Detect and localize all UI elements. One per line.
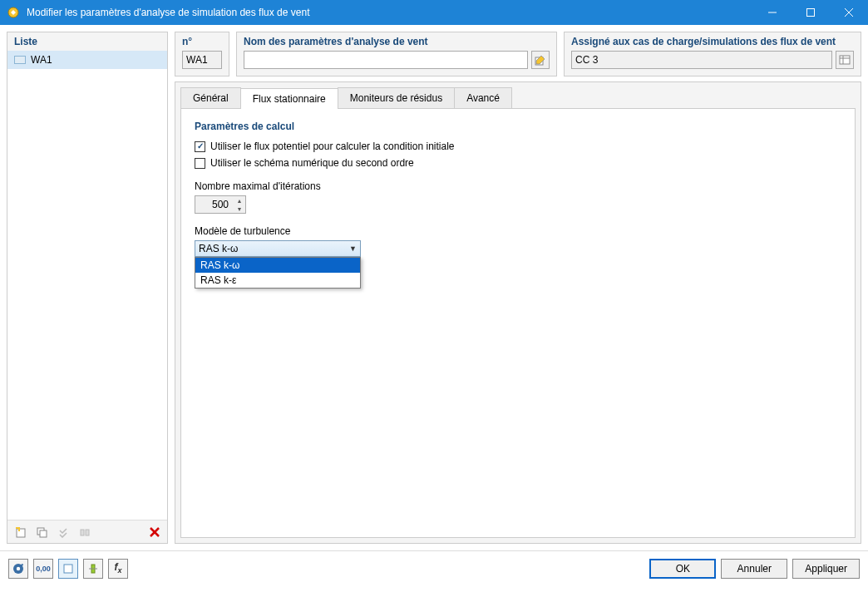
number-input[interactable] (182, 51, 222, 69)
name-input[interactable] (244, 51, 528, 69)
iterations-label: Nombre maximal d'itérations (195, 180, 841, 192)
combo-option[interactable]: RAS k-ε (195, 273, 360, 288)
chevron-down-icon: ▼ (349, 244, 357, 253)
checkbox-second-order-label: Utiliser le schéma numérique du second o… (210, 157, 414, 169)
svg-point-17 (17, 566, 20, 570)
window-title: Modifier les paramètres d'analyse de sim… (27, 7, 753, 18)
maximize-button[interactable] (792, 0, 830, 25)
turbulence-combo[interactable]: RAS k-ω ▼ RAS k-ω RAS k-ε (195, 240, 361, 257)
list-item[interactable]: WA1 (7, 51, 167, 69)
section-title: Paramètres de calcul (195, 121, 841, 132)
toolbar-button-4[interactable] (76, 523, 94, 541)
delete-item-button[interactable] (145, 523, 164, 541)
minimize-button[interactable] (753, 0, 792, 25)
svg-rect-7 (40, 530, 47, 537)
footer-tool-3[interactable] (58, 559, 78, 579)
iterations-spinner[interactable]: 500 ▲ ▼ (195, 195, 246, 214)
checkbox-potential-flow-label: Utiliser le flux potentiel pour calculer… (210, 141, 454, 152)
name-label: Nom des paramètres d'analyse de vent (244, 36, 550, 47)
tab-container: Général Flux stationnaire Moniteurs de r… (175, 81, 861, 544)
toolbar-button-3[interactable] (54, 523, 72, 541)
assigned-picker-button[interactable] (836, 51, 854, 69)
list-item-label: WA1 (31, 54, 52, 66)
list-panel: Liste WA1 (7, 32, 168, 544)
titlebar: Modifier les paramètres d'analyse de sim… (0, 0, 868, 25)
tab-content: Paramètres de calcul Utiliser le flux po… (180, 108, 856, 538)
field-group-number: n° (175, 32, 229, 76)
tab-strip: Général Flux stationnaire Moniteurs de r… (175, 82, 861, 108)
list-toolbar (7, 520, 167, 543)
svg-rect-8 (81, 530, 84, 535)
iterations-value: 500 (195, 196, 234, 213)
spinner-up[interactable]: ▲ (234, 196, 245, 205)
close-button[interactable] (830, 0, 868, 25)
tab-moniteurs[interactable]: Moniteurs de résidus (338, 87, 455, 108)
combo-option[interactable]: RAS k-ω (195, 258, 360, 273)
checkbox-potential-flow[interactable] (195, 141, 205, 152)
field-group-assigned: Assigné aux cas de charge/simulations de… (564, 32, 861, 76)
turbulence-label: Modèle de turbulence (195, 225, 841, 237)
turbulence-dropdown: RAS k-ω RAS k-ε (195, 257, 361, 289)
app-icon (7, 6, 20, 19)
footer-tool-fx[interactable]: fx (108, 559, 128, 579)
svg-rect-18 (64, 565, 72, 573)
copy-item-button[interactable] (32, 523, 51, 541)
svg-rect-9 (86, 530, 89, 535)
ok-button[interactable]: OK (649, 559, 716, 579)
new-item-button[interactable] (11, 523, 29, 541)
checkbox-second-order[interactable] (195, 158, 205, 169)
number-label: n° (182, 36, 222, 47)
footer-tool-4[interactable] (83, 559, 103, 579)
dialog-footer: 0,00 fx OK Annuler Appliquer (0, 550, 868, 585)
list-item-icon (14, 56, 26, 64)
tab-avance[interactable]: Avancé (454, 87, 512, 108)
tab-flux-stationnaire[interactable]: Flux stationnaire (240, 88, 338, 109)
svg-rect-5 (17, 529, 25, 537)
tab-general[interactable]: Général (180, 87, 241, 108)
footer-tool-units[interactable]: 0,00 (33, 559, 53, 579)
svg-rect-2 (807, 9, 815, 17)
assigned-input[interactable] (571, 51, 832, 69)
assigned-label: Assigné aux cas de charge/simulations de… (571, 36, 854, 47)
spinner-down[interactable]: ▼ (234, 205, 245, 213)
field-group-name: Nom des paramètres d'analyse de vent (236, 32, 557, 76)
turbulence-value: RAS k-ω (199, 243, 349, 254)
svg-rect-13 (840, 56, 850, 64)
edit-name-button[interactable] (531, 51, 550, 69)
list-header: Liste (7, 32, 167, 51)
cancel-button[interactable]: Annuler (721, 559, 787, 579)
footer-tool-help[interactable] (8, 559, 28, 579)
apply-button[interactable]: Appliquer (792, 559, 860, 579)
list-box[interactable]: WA1 (7, 51, 167, 520)
